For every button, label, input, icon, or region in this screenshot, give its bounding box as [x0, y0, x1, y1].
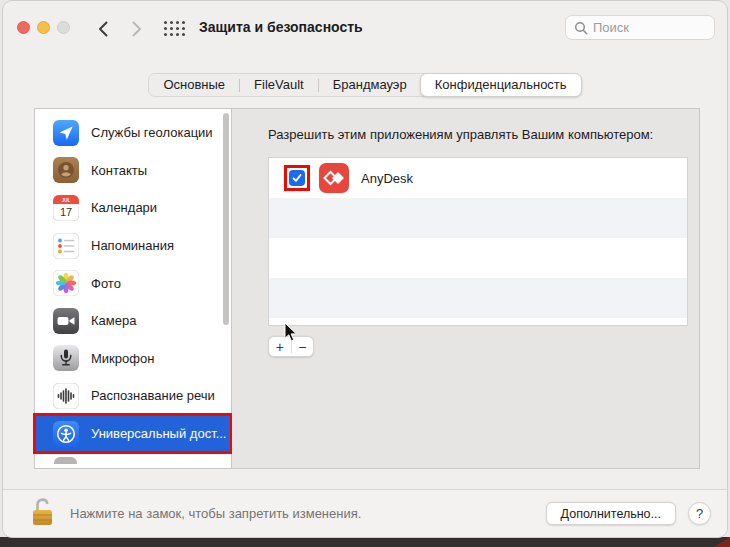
tab-bar: Основные FileVault Брандмауэр Конфиденци… — [3, 73, 727, 97]
footer: Нажмите на замок, чтобы запретить измене… — [3, 489, 727, 537]
minimize-window-button[interactable] — [37, 21, 50, 34]
location-services-icon — [53, 120, 79, 146]
tab-segmented-control: Основные FileVault Брандмауэр Конфиденци… — [148, 73, 581, 97]
zoom-window-button[interactable] — [57, 21, 70, 34]
titlebar: Защита и безопасность — [3, 1, 727, 53]
tab-general[interactable]: Основные — [149, 74, 239, 96]
empty-row — [269, 198, 687, 238]
desktop-backdrop — [0, 537, 730, 547]
search-icon — [574, 21, 588, 35]
svg-text:JUL: JUL — [62, 198, 71, 203]
app-name: AnyDesk — [361, 171, 413, 186]
chevron-right-icon — [132, 21, 142, 37]
help-button[interactable]: ? — [688, 502, 711, 525]
add-app-button[interactable]: + — [269, 337, 291, 356]
close-window-button[interactable] — [17, 21, 30, 34]
security-privacy-window: Защита и безопасность Основные FileVault… — [2, 0, 728, 538]
search-field[interactable] — [565, 15, 715, 40]
forward-button[interactable] — [127, 19, 147, 39]
microphone-icon — [53, 345, 79, 371]
search-input[interactable] — [593, 20, 693, 35]
wallpaper-corner — [714, 537, 730, 547]
advanced-button[interactable]: Дополнительно... — [546, 502, 676, 525]
window-title: Защита и безопасность — [199, 19, 363, 35]
window-controls — [17, 21, 70, 34]
svg-text:17: 17 — [60, 205, 72, 217]
tab-filevault[interactable]: FileVault — [240, 74, 318, 96]
sidebar-item-label: Универсальный дост... — [91, 426, 226, 441]
add-remove-control: + − — [268, 336, 314, 357]
anydesk-checkbox[interactable] — [289, 170, 305, 186]
lock-hint-text: Нажмите на замок, чтобы запретить измене… — [70, 506, 361, 521]
sidebar-scrollbar[interactable] — [223, 113, 229, 325]
privacy-pane: Службы геолокации Контакты JUL 17 — [34, 108, 700, 469]
anydesk-icon — [319, 163, 349, 193]
sidebar-item-calendars[interactable]: JUL 17 Напоминания Календари — [35, 189, 231, 227]
tab-firewall[interactable]: Брандмауэр — [319, 74, 421, 96]
sidebar-item-label: Распознавание речи — [91, 388, 215, 403]
camera-icon — [53, 308, 79, 334]
sidebar-item-label: Фото — [91, 276, 121, 291]
app-list: AnyDesk — [268, 157, 688, 326]
calendar-icon: JUL 17 — [53, 195, 79, 221]
lock-icon[interactable] — [31, 496, 54, 531]
privacy-sidebar: Службы геолокации Контакты JUL 17 — [35, 109, 232, 468]
sidebar-item-microphone[interactable]: Микрофон — [35, 340, 231, 378]
annotation-box-checkbox — [284, 165, 310, 191]
sidebar-item-camera[interactable]: Камера — [35, 302, 231, 340]
grid-icon — [163, 20, 186, 37]
sidebar-item-label: Службы геолокации — [91, 125, 213, 140]
sidebar-item-photos[interactable]: Фото — [35, 264, 231, 302]
partial-next-item-icon — [54, 457, 77, 464]
sidebar-item-contacts[interactable]: Контакты — [35, 152, 231, 190]
sidebar-item-accessibility[interactable]: Универсальный дост... — [35, 415, 231, 453]
sidebar-item-speech-recognition[interactable]: Распознавание речи — [35, 377, 231, 415]
speech-recognition-icon — [53, 383, 79, 409]
show-all-button[interactable] — [163, 20, 186, 41]
tab-privacy[interactable]: Конфиденциальность — [420, 73, 582, 97]
app-row-anydesk[interactable]: AnyDesk — [269, 158, 687, 198]
sidebar-item-reminders[interactable]: Напоминания — [35, 227, 231, 265]
reminders-icon — [53, 233, 79, 259]
sidebar-item-location-services[interactable]: Службы геолокации — [35, 114, 231, 152]
contacts-icon — [53, 157, 79, 183]
sidebar-item-label: Календари — [91, 200, 157, 215]
sidebar-item-label: Контакты — [91, 163, 147, 178]
remove-app-button[interactable]: − — [292, 337, 314, 356]
back-button[interactable] — [93, 19, 113, 39]
sidebar-item-label: Микрофон — [91, 351, 154, 366]
panel-header: Разрешить этим приложениям управлять Ваш… — [268, 127, 653, 142]
sidebar-item-label: Напоминания — [91, 238, 174, 253]
chevron-left-icon — [98, 21, 108, 37]
photos-icon — [53, 270, 79, 296]
accessibility-icon — [53, 421, 79, 447]
empty-row — [269, 278, 687, 318]
checkmark-icon — [291, 172, 303, 184]
sidebar-item-label: Камера — [91, 313, 136, 328]
accessibility-panel: Разрешить этим приложениям управлять Ваш… — [232, 109, 699, 468]
